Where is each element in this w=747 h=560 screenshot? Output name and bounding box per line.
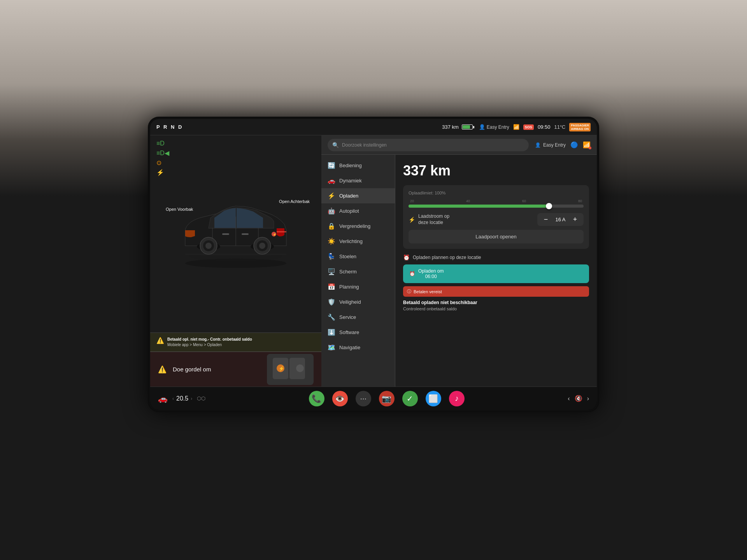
- charge-limit-label: Oplaadlimiet: 100%: [409, 191, 445, 195]
- nav-item-navigatie[interactable]: 🗺️ Navigatie: [321, 340, 395, 355]
- nav-item-vergrendeling[interactable]: 🔒 Vergrendeling: [321, 219, 395, 234]
- nav-item-stoelen[interactable]: 💺 Stoelen: [321, 249, 395, 264]
- current-minus-btn[interactable]: −: [542, 215, 550, 224]
- vergrendeling-label: Vergrendeling: [339, 223, 370, 229]
- header-right: 👤 Easy Entry 🔵 📶: [535, 141, 591, 149]
- time-display: 09:50: [538, 124, 551, 130]
- laadpoort-open-btn[interactable]: Laadpoort openen: [409, 230, 584, 243]
- charge-slider[interactable]: [409, 205, 584, 208]
- schedule-section: ⏰ Opladen plannen op deze locatie ⏰ Opla…: [403, 254, 589, 311]
- vergrendeling-icon: 🔒: [328, 222, 335, 230]
- speed-display: ‹ 20.5 ›: [172, 395, 192, 402]
- seatbelt-banner: ⚠️ Doe gordel om ⚡: [150, 352, 321, 387]
- tesla-screen-outer: P R N D 337 km 👤 Easy Entry 📶 SOS 09:50 …: [148, 117, 599, 412]
- dashcam-btn[interactable]: 📷: [379, 391, 395, 406]
- schedule-btn-icon: ⏰: [409, 271, 415, 276]
- camera-btn[interactable]: 👁️: [332, 391, 348, 406]
- nav-item-bediening[interactable]: 🔄 Bediening: [321, 158, 395, 173]
- svg-text:⚡: ⚡: [273, 233, 277, 236]
- sos-badge: SOS: [523, 124, 534, 130]
- taskbar-center: 📞 👁️ ··· 📷 ✓ ⬜ ♪: [309, 391, 465, 406]
- search-box[interactable]: 🔍 Doorzoek instellingen: [328, 139, 529, 151]
- nav-item-dynamiek[interactable]: 🚗 Dynamiek: [321, 173, 395, 188]
- profile-icon: 👤: [535, 142, 541, 148]
- battery-fill: [463, 125, 470, 129]
- stoelen-icon: 💺: [328, 253, 335, 260]
- charge-location-icon: ⚡: [409, 217, 415, 223]
- battery-icon: [462, 124, 473, 130]
- speed-chevron-left[interactable]: ‹: [172, 396, 174, 401]
- navigatie-icon: 🗺️: [328, 344, 335, 351]
- range-display: 337 km: [442, 124, 459, 130]
- nav-left-btn[interactable]: ‹: [568, 395, 570, 402]
- nav-item-autopilot[interactable]: 🤖 Autopilot: [321, 203, 395, 219]
- volume-icon: 🔇: [575, 395, 582, 402]
- opladen-label: Opladen: [339, 193, 358, 199]
- nav-item-planning[interactable]: 📅 Planning: [321, 279, 395, 294]
- schedule-icon: ⏰: [403, 254, 410, 261]
- tesla-screen-inner: P R N D 337 km 👤 Easy Entry 📶 SOS 09:50 …: [150, 119, 597, 410]
- check-btn[interactable]: ✓: [402, 391, 418, 406]
- music-btn[interactable]: ♪: [449, 391, 465, 406]
- search-icon: 🔍: [332, 142, 339, 148]
- slider-fill: [409, 205, 552, 208]
- warning-banner: ⚠️ Betaald opl. niet mog.- Contr. onbeta…: [150, 332, 321, 352]
- airbag-badge: PASSAGIERAIRBAG ON: [569, 123, 591, 131]
- open-voorbak-label[interactable]: Open Voorbak: [166, 207, 193, 212]
- software-icon: ⬇️: [328, 329, 335, 336]
- planning-icon: 📅: [328, 283, 335, 290]
- wifi-error-dot: [589, 147, 591, 149]
- bediening-icon: 🔄: [328, 162, 335, 169]
- speed-chevron-right[interactable]: ›: [191, 396, 192, 401]
- marker-40: 40: [466, 199, 470, 203]
- schedule-btn[interactable]: ⏰ Opladen om06:00: [403, 264, 589, 283]
- current-plus-btn[interactable]: +: [571, 215, 579, 224]
- nav-item-scherm[interactable]: 🖥️ Scherm: [321, 264, 395, 279]
- dynamiek-icon: 🚗: [328, 177, 335, 184]
- settings-content: 🔄 Bediening 🚗 Dynamiek ⚡ Opladen: [321, 155, 597, 387]
- wifi-container: 📶: [583, 141, 591, 149]
- open-achterbak-label[interactable]: Open Achterbak: [279, 199, 310, 204]
- taskbar-left: 🚗 ‹ 20.5 › ⬡⬡: [158, 394, 205, 403]
- nav-right-btn[interactable]: ›: [587, 395, 589, 402]
- slider-thumb[interactable]: [546, 203, 552, 209]
- warning-icon: ⚠️: [156, 337, 164, 344]
- apps-btn[interactable]: ⬜: [426, 391, 441, 406]
- phone-btn[interactable]: 📞: [309, 391, 324, 406]
- taskbar-right: ‹ 🔇 ›: [568, 395, 589, 402]
- charge-location-label: Laadstroom opdeze locatie: [418, 214, 534, 226]
- service-icon: 🔧: [328, 313, 335, 321]
- scherm-icon: 🖥️: [328, 268, 335, 275]
- charge-limit-row: Oplaadlimiet: 100%: [409, 191, 584, 195]
- nav-item-software[interactable]: ⬇️ Software: [321, 325, 395, 340]
- autopilot-icon: 🤖: [328, 207, 335, 215]
- autopilot-label: Autopilot: [339, 208, 359, 214]
- opladen-icon: ⚡: [328, 192, 335, 200]
- schedule-label: Opladen plannen op deze locatie: [413, 255, 481, 260]
- dynamiek-label: Dynamiek: [339, 178, 362, 184]
- stoelen-label: Stoelen: [339, 254, 356, 259]
- profile-section[interactable]: 👤 Easy Entry: [535, 142, 566, 148]
- scherm-label: Scherm: [339, 269, 357, 275]
- schedule-btn-label: Opladen om06:00: [418, 268, 444, 279]
- betaald-badge-text: Betalen vereist: [414, 289, 442, 294]
- betaald-text-block: Betaald opladen niet beschikbaar Control…: [403, 300, 589, 311]
- current-value: 16 A: [554, 217, 567, 222]
- svg-point-10: [205, 243, 212, 249]
- right-panel: 🔍 Doorzoek instellingen 👤 Easy Entry 🔵: [321, 135, 597, 387]
- seatbelt-image: ⚡: [267, 354, 314, 385]
- bluetooth-icon: 🔵: [570, 141, 578, 149]
- main-content: ≡D ≡D◀ ⊙ ⚡ Open Voorbak Open Achterbak: [150, 135, 597, 387]
- svg-rect-4: [222, 233, 229, 235]
- planning-label: Planning: [339, 284, 359, 290]
- marker-60: 60: [522, 199, 526, 203]
- nav-item-verlichting[interactable]: ☀️ Verlichting: [321, 234, 395, 249]
- nav-item-service[interactable]: 🔧 Service: [321, 310, 395, 325]
- veiligheid-label: Veiligheid: [339, 299, 361, 305]
- temp-display: 11°C: [554, 124, 565, 130]
- svg-text:⚡: ⚡: [279, 366, 284, 371]
- seatbelt-svg: ⚡: [271, 356, 310, 383]
- nav-item-veiligheid[interactable]: 🛡️ Veiligheid: [321, 294, 395, 310]
- more-btn[interactable]: ···: [356, 391, 371, 406]
- nav-item-opladen[interactable]: ⚡ Opladen: [321, 188, 395, 203]
